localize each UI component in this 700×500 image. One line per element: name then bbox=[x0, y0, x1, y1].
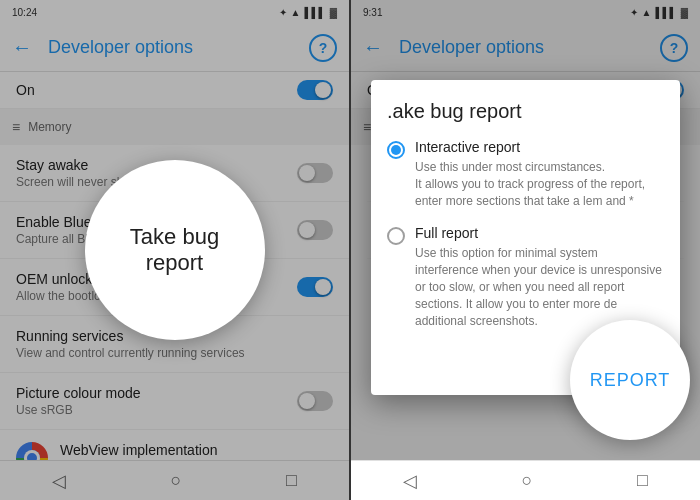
report-circle-button[interactable]: REPORT bbox=[570, 320, 690, 440]
interactive-radio[interactable] bbox=[387, 141, 405, 159]
right-nav-bar: ◁ ○ □ bbox=[351, 460, 700, 500]
right-back-nav-button[interactable]: ◁ bbox=[403, 470, 417, 492]
full-desc: Use this option for minimal system inter… bbox=[415, 245, 664, 329]
interactive-desc: Use this under most circumstances.It all… bbox=[415, 159, 664, 209]
interactive-report-option[interactable]: Interactive report Use this under most c… bbox=[387, 139, 664, 209]
report-button-label: REPORT bbox=[590, 370, 671, 391]
right-phone-panel: 9:31 ✦ ▲ ▌▌▌ ▓ ← Developer options ? On … bbox=[351, 0, 700, 500]
full-radio[interactable] bbox=[387, 227, 405, 245]
left-phone-panel: 10:24 ✦ ▲ ▌▌▌ ▓ ← Developer options ? On… bbox=[0, 0, 349, 500]
full-title: Full report bbox=[415, 225, 664, 241]
right-home-nav-button[interactable]: ○ bbox=[522, 470, 533, 491]
dialog-title: .ake bug report bbox=[387, 100, 664, 123]
bug-report-label: Take bug report bbox=[105, 224, 245, 276]
full-report-option[interactable]: Full report Use this option for minimal … bbox=[387, 225, 664, 329]
interactive-content: Interactive report Use this under most c… bbox=[415, 139, 664, 209]
bug-report-circle[interactable]: Take bug report bbox=[85, 160, 265, 340]
right-recents-nav-button[interactable]: □ bbox=[637, 470, 648, 491]
left-popup-overlay: Take bug report bbox=[0, 0, 349, 500]
full-content: Full report Use this option for minimal … bbox=[415, 225, 664, 329]
interactive-title: Interactive report bbox=[415, 139, 664, 155]
